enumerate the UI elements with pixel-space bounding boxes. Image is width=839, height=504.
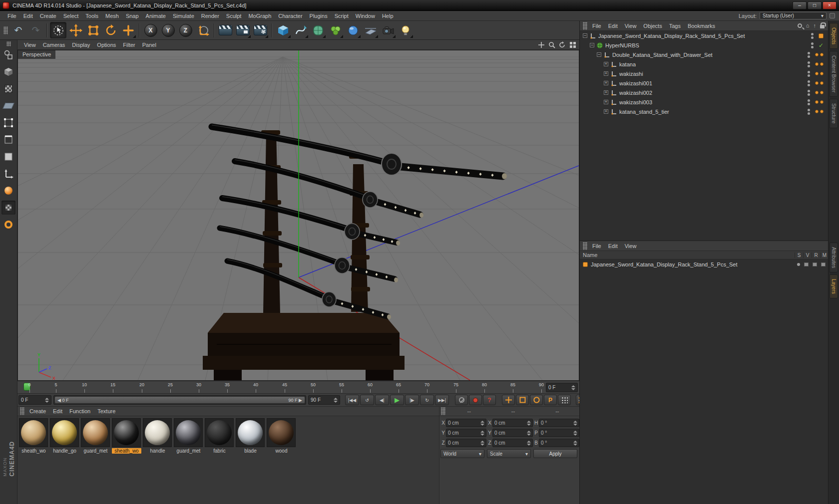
- rotation-p-field[interactable]: 0 °: [539, 429, 579, 437]
- om-grip[interactable]: [583, 22, 587, 30]
- om-menu-view[interactable]: View: [621, 22, 640, 30]
- tree-row-stand-set[interactable]: − Double_Katana_Stand_with_Drawer_Set: [580, 50, 829, 59]
- mode-toolbar-grip[interactable]: [6, 41, 11, 46]
- tab-layers[interactable]: Layers: [830, 274, 838, 298]
- vp-menu-panel[interactable]: Panel: [139, 41, 160, 49]
- tab-attributes[interactable]: Attributes: [830, 243, 838, 272]
- tab-objects[interactable]: Objects: [830, 23, 838, 49]
- key-parameter-button[interactable]: P: [544, 395, 557, 405]
- vp-menu-options[interactable]: Options: [93, 41, 119, 49]
- play-button[interactable]: ▶: [390, 395, 404, 405]
- lock-z-axis-button[interactable]: Z: [177, 22, 194, 38]
- tree-row-hypernurbs[interactable]: − HyperNURBS ✓: [580, 40, 829, 50]
- texture-tag-icon[interactable]: [815, 62, 819, 66]
- home-icon[interactable]: ⌂: [806, 23, 810, 28]
- vp-menu-filter[interactable]: Filter: [119, 41, 138, 49]
- coordinate-space-dropdown[interactable]: World ▾: [440, 449, 484, 458]
- rotation-h-field[interactable]: 0 °: [539, 419, 579, 427]
- minimize-button[interactable]: –: [793, 1, 807, 9]
- coords-header-rotation[interactable]: --: [535, 408, 579, 414]
- rotate-view-icon[interactable]: [559, 41, 566, 48]
- vp-menu-cameras[interactable]: Cameras: [39, 41, 69, 49]
- position-y-field[interactable]: 0 cm: [446, 429, 486, 437]
- view-toggle-icon[interactable]: [804, 262, 809, 266]
- expander-icon[interactable]: +: [604, 62, 608, 66]
- next-frame-button[interactable]: |▶: [405, 395, 419, 405]
- polygons-mode-button[interactable]: [1, 150, 15, 164]
- lock-y-axis-button[interactable]: Y: [160, 22, 176, 38]
- goto-start-button[interactable]: |◀◀: [345, 395, 359, 405]
- goto-end-button[interactable]: ▶▶|: [435, 395, 449, 405]
- add-subdivision-surface-button[interactable]: [310, 22, 326, 38]
- mat-menu-edit[interactable]: Edit: [49, 407, 66, 415]
- expander-icon[interactable]: −: [597, 52, 601, 57]
- current-frame-stepper[interactable]: [45, 398, 49, 403]
- end-frame-stepper[interactable]: [334, 398, 338, 403]
- toolbar-grip[interactable]: [3, 26, 8, 34]
- lm-menu-view[interactable]: View: [621, 242, 640, 250]
- om-menu-file[interactable]: File: [589, 22, 605, 30]
- expander-icon[interactable]: +: [604, 71, 608, 76]
- layout-pin-icon[interactable]: [830, 13, 835, 18]
- tree-row-wakizashi002[interactable]: + wakizashi002: [580, 88, 829, 97]
- render-picture-viewer-button[interactable]: [235, 22, 251, 38]
- om-menu-tags[interactable]: Tags: [666, 22, 684, 30]
- menu-help[interactable]: Help: [379, 12, 397, 20]
- current-frame-field[interactable]: 0 F: [18, 395, 51, 405]
- edges-mode-button[interactable]: [1, 133, 15, 147]
- size-x-field[interactable]: 0 cm: [492, 419, 533, 427]
- menu-tools[interactable]: Tools: [82, 12, 102, 20]
- material-item[interactable]: guard_met: [174, 418, 203, 454]
- tree-row-wakizashi003[interactable]: + wakizashi003: [580, 97, 829, 107]
- move-tool-button[interactable]: [67, 22, 84, 38]
- lock-x-axis-button[interactable]: X: [142, 22, 159, 38]
- menu-snap[interactable]: Snap: [122, 12, 142, 20]
- texture-tag-icon[interactable]: [815, 53, 819, 56]
- timeline-ruler[interactable]: 0 5 10 15 20 25 30 35 40 45 50 55 60 65 …: [17, 381, 579, 394]
- play-backward-button[interactable]: ↺: [360, 395, 374, 405]
- render-toggle-icon[interactable]: [813, 262, 817, 266]
- render-view-button[interactable]: [217, 22, 234, 38]
- menu-simulate[interactable]: Simulate: [169, 12, 198, 20]
- tree-row-wakizashi[interactable]: + wakizashi: [580, 69, 829, 78]
- menu-window[interactable]: Window: [352, 12, 379, 20]
- texture-paint-button[interactable]: [1, 184, 15, 198]
- key-rotation-button[interactable]: [530, 395, 543, 405]
- tree-row-rack-set[interactable]: − Japanese_Sword_Katana_Display_Rack_Sta…: [580, 31, 829, 40]
- visibility-dots[interactable]: [811, 42, 814, 48]
- menu-file[interactable]: File: [4, 12, 20, 20]
- menu-plugins[interactable]: Plugins: [306, 12, 331, 20]
- coords-header-position[interactable]: --: [447, 408, 491, 414]
- om-menu-edit[interactable]: Edit: [605, 22, 621, 30]
- lm-menu-file[interactable]: File: [589, 242, 605, 250]
- lm-menu-edit[interactable]: Edit: [605, 242, 621, 250]
- workplane-ring-button[interactable]: [1, 218, 15, 232]
- recent-tools-button[interactable]: [120, 22, 136, 38]
- keyframe-help-button[interactable]: ?: [483, 395, 496, 405]
- texture-tag-icon[interactable]: [820, 81, 824, 85]
- make-editable-button[interactable]: [1, 48, 15, 62]
- mat-menu-function[interactable]: Function: [66, 407, 94, 415]
- menu-mesh[interactable]: Mesh: [102, 12, 122, 20]
- tree-row-wakizashi001[interactable]: + wakizashi001: [580, 78, 829, 88]
- search-icon[interactable]: [798, 23, 802, 28]
- layout-dropdown[interactable]: Startup (User) ▾: [760, 12, 827, 19]
- up-arrow-icon[interactable]: ↑: [814, 23, 817, 28]
- vp-menu-view[interactable]: View: [20, 41, 39, 49]
- expander-icon[interactable]: −: [590, 43, 594, 47]
- menu-create[interactable]: Create: [36, 12, 60, 20]
- expander-icon[interactable]: +: [604, 81, 608, 85]
- expander-icon[interactable]: −: [583, 33, 587, 38]
- size-z-field[interactable]: 0 cm: [492, 439, 533, 447]
- om-menu-bookmarks[interactable]: Bookmarks: [684, 22, 719, 30]
- pan-view-icon[interactable]: [538, 41, 545, 48]
- visibility-dots[interactable]: [808, 71, 810, 77]
- texture-tag-icon[interactable]: [815, 72, 819, 75]
- add-light-button[interactable]: [397, 22, 414, 38]
- frame-stepper[interactable]: [571, 385, 575, 390]
- autokey-button[interactable]: [469, 395, 482, 405]
- texture-view-button[interactable]: [1, 201, 15, 215]
- add-simulation-button[interactable]: [345, 22, 361, 38]
- material-item[interactable]: blade: [236, 418, 265, 454]
- tag-icon[interactable]: [819, 33, 824, 38]
